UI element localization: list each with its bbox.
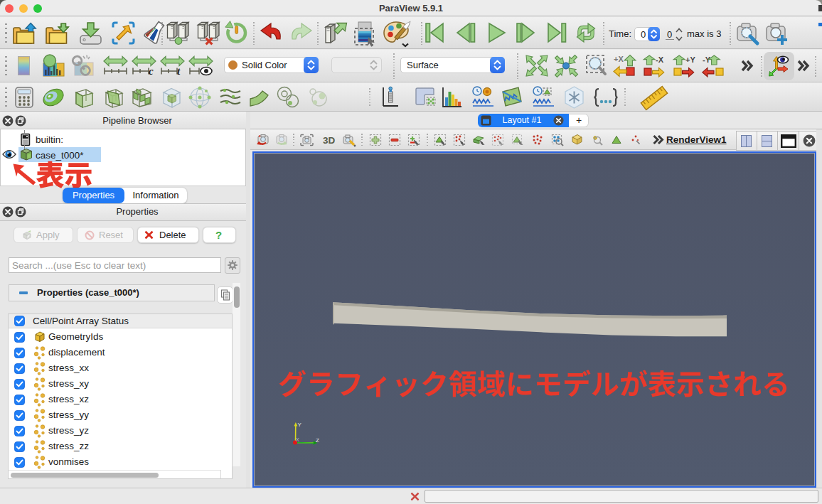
svg-text:Y: Y (298, 422, 302, 428)
svg-text:X: X (296, 437, 299, 442)
svg-text:Z: Z (316, 437, 319, 444)
